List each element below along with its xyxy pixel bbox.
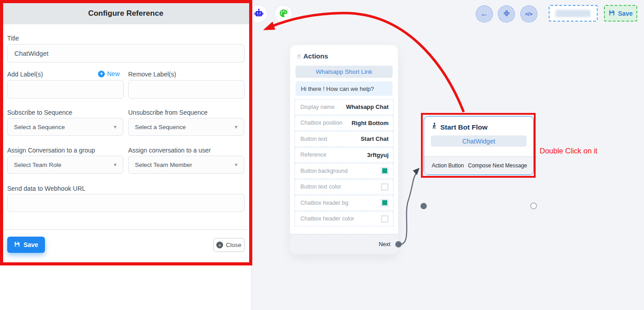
action-button-port-label: Action Button bbox=[432, 162, 464, 169]
chatwidget-reference-button[interactable]: ChatWidget bbox=[431, 135, 527, 147]
color-swatch[interactable] bbox=[381, 167, 389, 175]
compose-next-message-port-label: Compose Next Message bbox=[468, 162, 527, 169]
flow-card-title: Start Bot Flow bbox=[440, 123, 487, 131]
property-list: Display name Whatsapp Chat Chatbox posit… bbox=[295, 99, 394, 226]
property-label: Button text color bbox=[300, 184, 341, 190]
configure-reference-panel: Configure Reference Title Add Label(s) +… bbox=[0, 0, 251, 310]
panel-save-label: Save bbox=[23, 241, 38, 248]
chevron-down-icon: ▾ bbox=[235, 162, 237, 168]
greeting-message-text: Hi there ! How can we help? bbox=[301, 85, 374, 92]
flow-save-button[interactable]: Save bbox=[604, 5, 637, 22]
subscribe-sequence-select[interactable]: Select a Sequence ▾ bbox=[7, 118, 123, 136]
palette-icon bbox=[278, 8, 289, 20]
bot-settings-button[interactable] bbox=[250, 5, 268, 23]
save-label: Save bbox=[618, 10, 633, 17]
start-bot-flow-node[interactable]: Start Bot Flow ChatWidget Action Button … bbox=[424, 116, 534, 175]
new-link-text: New bbox=[107, 70, 120, 77]
property-row-button-text-color[interactable]: Button text color bbox=[295, 180, 394, 195]
property-label: Chatbox header color bbox=[300, 216, 354, 222]
property-label: Button background bbox=[300, 168, 348, 174]
remove-labels-input[interactable] bbox=[128, 80, 245, 99]
panel-header: Configure Reference bbox=[0, 0, 251, 24]
floppy-icon bbox=[608, 9, 615, 18]
next-label: Next bbox=[379, 241, 390, 247]
action-button-input-port[interactable] bbox=[420, 203, 427, 209]
fit-view-button[interactable] bbox=[498, 5, 515, 22]
greeting-message[interactable]: Hi there ! How can we help? bbox=[295, 81, 393, 96]
panel-title: Configure Reference bbox=[88, 7, 163, 18]
compress-icon bbox=[503, 10, 510, 18]
chevron-down-icon: ▾ bbox=[235, 124, 237, 130]
unsubscribe-sequence-value: Select a Sequence bbox=[135, 124, 186, 130]
code-icon: </> bbox=[525, 11, 532, 17]
annotation-note: Double Click on it bbox=[540, 147, 597, 155]
title-field-label: Title bbox=[7, 35, 19, 42]
arrow-left-icon: ← bbox=[481, 9, 488, 18]
add-labels-label: Add Label(s) bbox=[7, 71, 43, 78]
walking-person-icon bbox=[431, 122, 438, 132]
unsubscribe-sequence-label: Unsubscribe from Sequence bbox=[128, 109, 208, 116]
property-row-chatbox-header-bg[interactable]: Chatbox header bg bbox=[295, 195, 394, 211]
property-value: 3rftgyuj bbox=[367, 152, 389, 158]
property-row-reference[interactable]: Reference 3rftgyuj bbox=[295, 148, 394, 163]
assign-group-select[interactable]: Select Team Role ▾ bbox=[7, 156, 123, 174]
flow-card-footer: Action Button Compose Next Message bbox=[424, 156, 533, 175]
property-value: Start Chat bbox=[361, 135, 389, 142]
assign-group-label: Assign Conversation to a group bbox=[7, 147, 95, 154]
property-label: Chatbox position bbox=[300, 120, 342, 126]
add-labels-input[interactable] bbox=[7, 80, 124, 99]
property-label: Display name bbox=[300, 104, 335, 110]
actions-node-card[interactable]: ☝ Actions Whatsapp Short Link Hi there !… bbox=[290, 45, 398, 254]
assign-user-value: Select Team Member bbox=[135, 162, 192, 168]
actions-card-footer: Next bbox=[290, 234, 398, 254]
property-row-chatbox-header-color[interactable]: Chatbox header color bbox=[295, 211, 394, 227]
subscribe-sequence-value: Select a Sequence bbox=[14, 124, 65, 130]
chevron-down-icon: ▾ bbox=[114, 162, 116, 168]
property-value: Right Bottom bbox=[352, 120, 389, 126]
property-label: Reference bbox=[300, 152, 326, 158]
panel-close-button[interactable]: × Close bbox=[213, 238, 245, 252]
flow-builder-app: ← </> Save ☝ Actions Whatsapp Short bbox=[0, 0, 644, 310]
footer-divider bbox=[4, 229, 247, 230]
color-swatch[interactable] bbox=[381, 199, 389, 207]
color-swatch[interactable] bbox=[381, 215, 389, 223]
back-button[interactable]: ← bbox=[476, 5, 493, 22]
webhook-url-input[interactable] bbox=[7, 194, 245, 212]
hand-pointer-icon: ☝ bbox=[297, 53, 301, 60]
property-label: Button text bbox=[300, 136, 327, 142]
panel-save-button[interactable]: Save bbox=[7, 237, 45, 253]
remove-labels-label: Remove Label(s) bbox=[128, 71, 176, 78]
compose-next-message-output-port[interactable] bbox=[530, 202, 537, 209]
chatwidget-label: ChatWidget bbox=[462, 138, 495, 145]
property-row-button-background[interactable]: Button background bbox=[295, 163, 394, 179]
new-label-link[interactable]: + New bbox=[98, 70, 120, 77]
assign-user-select[interactable]: Select Team Member ▾ bbox=[128, 156, 244, 174]
property-value: Whatsapp Chat bbox=[346, 103, 389, 110]
property-row-button-text[interactable]: Button text Start Chat bbox=[295, 131, 394, 147]
flow-title-input[interactable] bbox=[549, 5, 598, 22]
assign-group-value: Select Team Role bbox=[14, 162, 62, 168]
property-row-chatbox-position[interactable]: Chatbox position Right Bottom bbox=[295, 116, 394, 131]
webhook-url-label: Send data to Webhook URL bbox=[7, 185, 85, 192]
title-input[interactable] bbox=[7, 44, 245, 63]
plus-circle-icon: + bbox=[98, 71, 105, 77]
chevron-down-icon: ▾ bbox=[114, 124, 116, 130]
flow-card-header: Start Bot Flow bbox=[431, 122, 487, 132]
whatsapp-short-link-button[interactable]: Whatsapp Short Link bbox=[295, 66, 393, 78]
property-row-display-name[interactable]: Display name Whatsapp Chat bbox=[295, 99, 394, 115]
whatsapp-short-link-label: Whatsapp Short Link bbox=[316, 68, 372, 75]
floppy-icon bbox=[14, 241, 20, 249]
color-swatch[interactable] bbox=[381, 183, 389, 191]
robot-icon bbox=[254, 8, 264, 20]
close-icon: × bbox=[216, 242, 223, 248]
actions-card-header: ☝ Actions bbox=[297, 52, 328, 60]
theme-button[interactable] bbox=[274, 5, 292, 23]
panel-close-label: Close bbox=[226, 242, 242, 248]
assign-user-label: Assign conversation to a user bbox=[128, 147, 211, 154]
actions-card-title: Actions bbox=[304, 52, 328, 60]
embed-code-button[interactable]: </> bbox=[520, 5, 537, 22]
unsubscribe-sequence-select[interactable]: Select a Sequence ▾ bbox=[128, 118, 244, 136]
blurred-text bbox=[555, 10, 590, 17]
next-output-port[interactable] bbox=[395, 241, 402, 247]
subscribe-sequence-label: Subscribe to Sequence bbox=[7, 109, 72, 116]
